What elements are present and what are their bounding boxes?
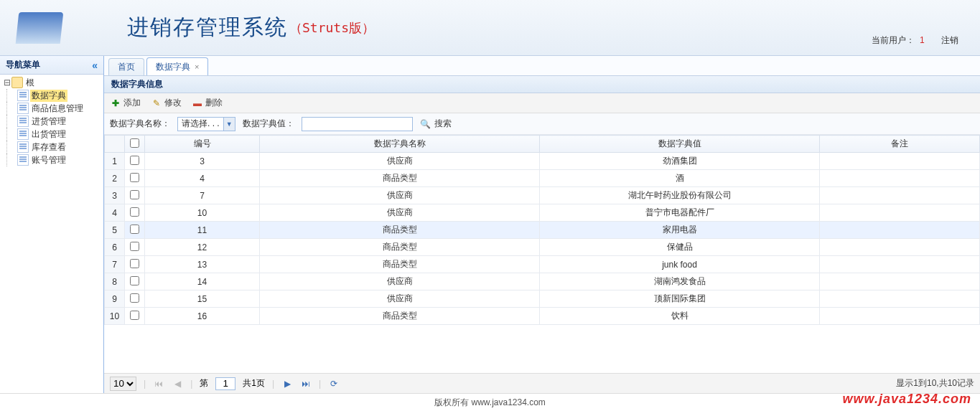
page-size-select[interactable]: 10 <box>110 377 136 391</box>
data-cell <box>820 290 980 308</box>
search-button[interactable]: 🔍 搜索 <box>420 118 452 130</box>
data-cell <box>820 204 980 222</box>
sidebar-item[interactable]: 商品信息管理 <box>6 102 103 115</box>
column-header[interactable]: 数据字典值 <box>540 136 820 153</box>
data-cell: 7 <box>145 187 260 204</box>
tree-root-label[interactable]: 根 <box>24 76 36 89</box>
data-cell: 3 <box>145 153 260 170</box>
checkbox-cell[interactable] <box>125 153 145 170</box>
filter-value-input[interactable] <box>302 117 413 131</box>
sidebar-item-label[interactable]: 数据字典 <box>30 90 67 102</box>
column-header[interactable]: 备注 <box>820 136 980 153</box>
tab-label: 数据字典 <box>156 61 190 73</box>
first-page-icon[interactable]: ⏮ <box>153 379 164 389</box>
row-checkbox[interactable] <box>130 276 139 285</box>
row-checkbox[interactable] <box>130 207 139 217</box>
data-cell: 15 <box>145 290 260 308</box>
column-header[interactable]: 数据字典名称 <box>260 136 540 153</box>
sidebar-title: 导航菜单 <box>6 59 40 71</box>
nav-tree: ⊟ 根 数据字典商品信息管理进货管理出货管理库存查看账号管理 <box>0 75 103 168</box>
checkbox-cell[interactable] <box>125 204 145 222</box>
row-number-cell: 4 <box>105 204 125 222</box>
filter-bar: 数据字典名称： 请选择. . . ▼ 数据字典值： 🔍 搜索 <box>104 113 980 135</box>
checkbox-header[interactable] <box>125 136 145 153</box>
collapse-icon[interactable]: « <box>92 60 98 71</box>
sidebar-item[interactable]: 库存查看 <box>6 141 103 153</box>
sidebar-item-label[interactable]: 出货管理 <box>30 128 67 141</box>
table-row[interactable]: 814供应商湖南鸿发食品 <box>105 273 980 290</box>
tab[interactable]: 首页 <box>108 58 144 75</box>
checkbox-cell[interactable] <box>125 290 145 308</box>
row-checkbox[interactable] <box>130 242 139 251</box>
table-row[interactable]: 410供应商普宁市电器配件厂 <box>105 204 980 222</box>
data-cell: 13 <box>145 256 260 273</box>
prev-page-icon[interactable]: ◀ <box>172 379 183 389</box>
page-prefix: 第 <box>200 377 208 389</box>
data-cell: 酒 <box>540 170 820 187</box>
table-row[interactable]: 915供应商顶新国际集团 <box>105 290 980 308</box>
sidebar-item[interactable]: 账号管理 <box>6 153 103 166</box>
chevron-down-icon[interactable]: ▼ <box>223 118 235 131</box>
tab-label: 首页 <box>118 61 135 73</box>
data-cell <box>820 153 980 170</box>
select-all-checkbox[interactable] <box>130 138 139 148</box>
sidebar-item-label[interactable]: 账号管理 <box>30 154 67 166</box>
filter-value-label: 数据字典值： <box>243 118 294 130</box>
data-cell: 16 <box>145 308 260 325</box>
table-row[interactable]: 1016商品类型饮料 <box>105 308 980 325</box>
row-checkbox[interactable] <box>130 225 139 234</box>
sidebar-item-label[interactable]: 商品信息管理 <box>30 103 85 115</box>
row-checkbox[interactable] <box>130 293 139 303</box>
tab[interactable]: 数据字典× <box>146 57 208 75</box>
row-checkbox[interactable] <box>130 259 139 268</box>
data-cell: 普宁市电器配件厂 <box>540 204 820 222</box>
logout-link[interactable]: 注销 <box>941 35 958 45</box>
delete-label: 删除 <box>205 97 223 109</box>
sidebar-item-label[interactable]: 库存查看 <box>30 141 67 153</box>
data-cell: 家用电器 <box>540 222 820 239</box>
page-icon <box>17 103 29 114</box>
edit-button[interactable]: ✎ 修改 <box>151 97 182 109</box>
checkbox-cell[interactable] <box>125 187 145 204</box>
data-grid: 编号数据字典名称数据字典值备注 13供应商劲酒集团24商品类型酒37供应商湖北午… <box>104 135 980 373</box>
sidebar-item[interactable]: 进货管理 <box>6 115 103 128</box>
data-cell: 劲酒集团 <box>540 153 820 170</box>
delete-button[interactable]: ▬ 删除 <box>192 97 223 109</box>
expander-icon[interactable]: ⊟ <box>3 76 11 89</box>
sidebar-item[interactable]: 数据字典 <box>6 89 103 102</box>
checkbox-cell[interactable] <box>125 308 145 325</box>
table-row[interactable]: 713商品类型junk food <box>105 256 980 273</box>
sidebar-item[interactable]: 出货管理 <box>6 128 103 141</box>
row-checkbox[interactable] <box>130 173 139 182</box>
row-checkbox[interactable] <box>130 156 139 165</box>
data-cell: junk food <box>540 256 820 273</box>
add-button[interactable]: ✚ 添加 <box>110 97 141 109</box>
close-icon[interactable]: × <box>195 62 199 71</box>
checkbox-cell[interactable] <box>125 170 145 187</box>
row-number-header <box>105 136 125 153</box>
table-row[interactable]: 13供应商劲酒集团 <box>105 153 980 170</box>
row-checkbox[interactable] <box>130 311 139 320</box>
table-row[interactable]: 24商品类型酒 <box>105 170 980 187</box>
checkbox-cell[interactable] <box>125 239 145 256</box>
search-icon: 🔍 <box>420 118 431 130</box>
table-row[interactable]: 37供应商湖北午时药业股份有限公司 <box>105 187 980 204</box>
checkbox-cell[interactable] <box>125 273 145 290</box>
last-page-icon[interactable]: ⏭ <box>300 379 312 389</box>
checkbox-cell[interactable] <box>125 256 145 273</box>
next-page-icon[interactable]: ▶ <box>281 379 293 389</box>
table-row[interactable]: 612商品类型保健品 <box>105 239 980 256</box>
row-checkbox[interactable] <box>130 190 139 199</box>
refresh-icon[interactable]: ⟳ <box>328 379 340 389</box>
pager-info: 显示1到10,共10记录 <box>896 377 974 389</box>
data-cell: 商品类型 <box>260 256 540 273</box>
folder-icon <box>11 77 23 88</box>
page-number-input[interactable] <box>215 377 235 390</box>
column-header[interactable]: 编号 <box>145 136 260 153</box>
sidebar-item-label[interactable]: 进货管理 <box>30 115 67 128</box>
tree-root[interactable]: ⊟ 根 <box>0 76 103 89</box>
checkbox-cell[interactable] <box>125 222 145 239</box>
data-cell: 11 <box>145 222 260 239</box>
table-row[interactable]: 511商品类型家用电器 <box>105 222 980 239</box>
filter-name-combo[interactable]: 请选择. . . ▼ <box>177 117 235 131</box>
